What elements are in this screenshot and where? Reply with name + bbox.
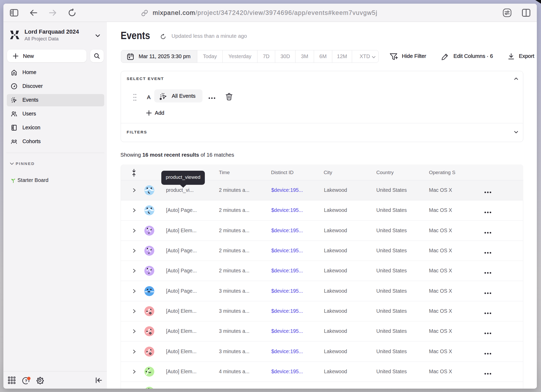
svg-text:?: ? <box>25 378 27 383</box>
